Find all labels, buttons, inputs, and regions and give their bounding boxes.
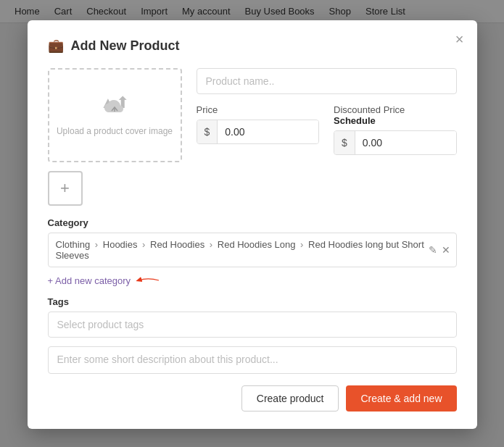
discounted-price-symbol: $ [334, 131, 355, 154]
discounted-price-input[interactable] [355, 131, 456, 154]
price-row: Price $ Discounted Price Schedule [197, 104, 457, 155]
modal-header: 💼 Add New Product × [48, 38, 457, 54]
close-button[interactable]: × [455, 32, 464, 46]
add-product-modal: 💼 Add New Product × ▲⬆ Upload a product … [28, 20, 477, 429]
price-symbol: $ [197, 120, 218, 143]
add-image-button[interactable]: + [48, 171, 83, 206]
modal-body: ▲⬆ Upload a product cover image + Price [48, 68, 457, 206]
category-section: Category Clothing › Hoodies › Red Hoodie… [48, 217, 457, 288]
arrow-annotation [135, 273, 161, 288]
discounted-price-group: Discounted Price Schedule $ [334, 104, 457, 155]
sep3: › [210, 239, 212, 250]
sep4: › [300, 239, 303, 250]
description-placeholder: Enter some short description about this … [57, 354, 278, 365]
schedule-label: Schedule [334, 115, 457, 126]
discounted-price-input-wrap: $ [334, 130, 457, 155]
sep2: › [142, 239, 145, 250]
category-actions: ✎ ✕ [429, 244, 450, 256]
right-column: Price $ Discounted Price Schedule [197, 68, 457, 206]
product-name-input[interactable] [197, 68, 457, 94]
left-column: ▲⬆ Upload a product cover image + [48, 68, 182, 206]
modal-footer: Create product Create & add new [48, 385, 457, 412]
description-input[interactable]: Enter some short description about this … [48, 346, 457, 374]
modal-title: Add New Product [71, 38, 180, 54]
tags-placeholder: Select product tags [57, 319, 144, 330]
modal-overlay: 💼 Add New Product × ▲⬆ Upload a product … [0, 0, 504, 447]
price-label: Price [197, 104, 320, 115]
create-product-button[interactable]: Create product [241, 385, 339, 412]
price-input[interactable] [218, 120, 318, 143]
tags-section: Tags Select product tags [48, 296, 457, 338]
bottom-section: Category Clothing › Hoodies › Red Hoodie… [48, 217, 457, 374]
upload-label: Upload a product cover image [49, 125, 180, 138]
price-input-wrap: $ [197, 120, 320, 144]
category-box: Clothing › Hoodies › Red Hoodies › Red H… [48, 233, 457, 267]
tags-select[interactable]: Select product tags [48, 312, 457, 338]
category-path-text: Clothing › Hoodies › Red Hoodies › Red H… [56, 239, 430, 261]
sep1: › [95, 239, 98, 250]
category-edit-button[interactable]: ✎ [429, 244, 437, 256]
tags-label: Tags [48, 296, 457, 307]
upload-image-box[interactable]: ▲⬆ Upload a product cover image [48, 68, 182, 162]
create-add-new-button[interactable]: Create & add new [346, 385, 456, 412]
briefcase-icon: 💼 [48, 38, 64, 54]
category-clear-button[interactable]: ✕ [442, 244, 450, 256]
price-group: Price $ [197, 104, 320, 155]
upload-cloud-icon [104, 99, 125, 115]
add-category-link[interactable]: + Add new category [48, 275, 131, 286]
discounted-price-label: Discounted Price Schedule [334, 104, 457, 126]
category-label: Category [48, 217, 457, 228]
